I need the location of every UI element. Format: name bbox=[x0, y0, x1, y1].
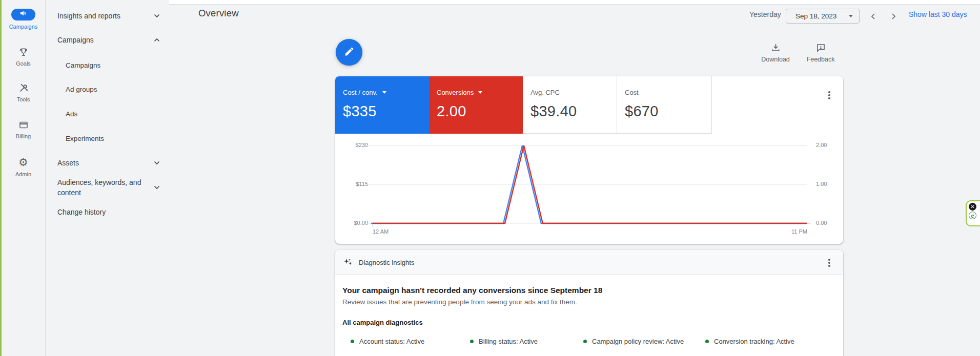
metric-label: Cost bbox=[625, 89, 639, 96]
dropdown-caret-icon bbox=[478, 91, 482, 94]
extension-logo-icon[interactable]: e bbox=[969, 212, 976, 219]
sidebar-item-label: Admin bbox=[2, 171, 45, 177]
edit-button[interactable] bbox=[336, 39, 362, 66]
performance-summary-card: Cost / conv. $335 Conversions 2.00 Avg. … bbox=[335, 76, 843, 244]
status-text: Billing status: Active bbox=[479, 338, 538, 345]
sidebar-item-label: Goals bbox=[2, 60, 45, 67]
gear-icon: ⚙ bbox=[2, 157, 45, 168]
sidebar-item-campaigns[interactable]: Campaigns bbox=[2, 9, 45, 30]
status-conversion-tracking: Conversion tracking: Active bbox=[705, 338, 794, 345]
metric-tile-cost-per-conv[interactable]: Cost / conv. $335 bbox=[335, 76, 429, 134]
nav-item-audiences-keywords-content[interactable]: Audiences, keywords, and content bbox=[45, 177, 169, 198]
sidebar-item-admin[interactable]: ⚙ Admin bbox=[2, 157, 45, 177]
nav-item-ad-groups[interactable]: Ad groups bbox=[45, 84, 169, 94]
status-dot-icon bbox=[351, 340, 354, 343]
sidebar-item-label: Billing bbox=[2, 133, 45, 139]
metric-label: Cost / conv. bbox=[343, 89, 378, 96]
nav-item-label: Audiences, keywords, and content bbox=[45, 177, 147, 198]
metric-value: 2.00 bbox=[437, 103, 466, 120]
content-top-border bbox=[169, 0, 980, 5]
nav-item-insights-and-reports[interactable]: Insights and reports bbox=[45, 11, 169, 21]
trophy-icon bbox=[2, 47, 45, 57]
dropdown-caret-icon bbox=[849, 15, 853, 17]
status-dot-icon bbox=[470, 340, 474, 343]
page-title: Overview bbox=[198, 8, 239, 19]
pencil-icon bbox=[344, 46, 355, 59]
status-dot-icon bbox=[705, 340, 709, 343]
feedback-button[interactable]: Feedback bbox=[801, 43, 840, 63]
nav-item-label: Campaigns bbox=[45, 61, 100, 69]
sidebar-item-billing[interactable]: Billing bbox=[2, 120, 45, 139]
date-picker-value: Sep 18, 2023 bbox=[795, 12, 836, 20]
date-range-preset-label: Yesterday bbox=[749, 10, 781, 18]
tools-icon bbox=[2, 82, 45, 93]
sidebar-item-goals[interactable]: Goals bbox=[2, 47, 45, 67]
metric-label: Conversions bbox=[437, 89, 474, 96]
nav-item-label: Campaigns bbox=[45, 36, 94, 44]
card-overflow-menu[interactable] bbox=[823, 89, 835, 101]
floating-extension-widget: ✕ e bbox=[966, 200, 980, 226]
sidebar-item-tools[interactable]: Tools bbox=[2, 82, 45, 102]
nav-item-label: Experiments bbox=[45, 135, 104, 142]
metric-tile-conversions[interactable]: Conversions 2.00 bbox=[429, 76, 523, 134]
nav-item-ads[interactable]: Ads bbox=[45, 109, 169, 119]
date-picker[interactable]: Sep 18, 2023 bbox=[786, 9, 860, 24]
metric-value: $335 bbox=[343, 103, 377, 120]
close-icon[interactable]: ✕ bbox=[969, 203, 976, 211]
diagnostics-title: Diagnostic insights bbox=[359, 259, 414, 266]
sidebar-item-label: Tools bbox=[2, 96, 45, 102]
chevron-up-icon bbox=[154, 38, 160, 42]
metric-value: $39.40 bbox=[530, 103, 577, 120]
status-account: Account status: Active bbox=[351, 338, 424, 345]
status-dot-icon bbox=[583, 340, 587, 343]
nav-item-label: Change history bbox=[45, 208, 106, 216]
nav-item-assets[interactable]: Assets bbox=[45, 158, 169, 168]
download-button[interactable]: Download bbox=[756, 43, 795, 63]
card-overflow-menu[interactable] bbox=[823, 257, 835, 269]
metric-label: Avg. CPC bbox=[530, 89, 560, 96]
diagnostics-header: Diagnostic insights bbox=[335, 250, 843, 275]
google-ads-overview-page: Campaigns Goals bbox=[0, 0, 980, 356]
chevron-right-icon bbox=[890, 13, 897, 22]
diagnostic-insights-card: Diagnostic insights Your campaign hasn't… bbox=[335, 250, 843, 356]
sidebar-item-label: Campaigns bbox=[2, 24, 45, 30]
status-billing: Billing status: Active bbox=[470, 338, 538, 345]
status-policy-review: Campaign policy review: Active bbox=[583, 338, 684, 345]
status-text: Conversion tracking: Active bbox=[714, 338, 794, 345]
status-text: Account status: Active bbox=[359, 338, 424, 345]
nav-item-change-history[interactable]: Change history bbox=[45, 207, 169, 217]
show-last-30-days-link[interactable]: Show last 30 days bbox=[909, 10, 967, 18]
previous-day-button[interactable] bbox=[867, 11, 880, 24]
nav-item-campaigns-section[interactable]: Campaigns bbox=[45, 35, 169, 45]
chevron-down-icon bbox=[154, 185, 160, 190]
status-text: Campaign policy review: Active bbox=[592, 338, 684, 345]
metric-tile-avg-cpc[interactable]: Avg. CPC $39.40 bbox=[523, 76, 617, 134]
download-label: Download bbox=[756, 56, 795, 63]
metric-value: $670 bbox=[625, 103, 659, 120]
nav-item-label: Ads bbox=[45, 110, 77, 118]
diagnostics-section-title: All campaign diagnostics bbox=[342, 319, 423, 326]
nav-item-campaigns[interactable]: Campaigns bbox=[45, 60, 169, 70]
hourly-performance-chart bbox=[335, 134, 843, 244]
download-icon bbox=[756, 43, 795, 53]
chevron-down-icon bbox=[154, 161, 160, 165]
feedback-icon bbox=[801, 43, 840, 53]
secondary-nav: Insights and reports Campaigns Campaigns… bbox=[45, 0, 169, 356]
diagnostics-subtext: Review issues that are preventing people… bbox=[342, 298, 577, 306]
campaigns-active-pill bbox=[11, 9, 35, 20]
next-day-button[interactable] bbox=[887, 11, 900, 24]
dropdown-caret-icon bbox=[382, 91, 386, 94]
icon-rail: Campaigns Goals bbox=[2, 0, 45, 356]
diagnostics-heading: Your campaign hasn't recorded any conver… bbox=[342, 286, 602, 295]
nav-item-experiments[interactable]: Experiments bbox=[45, 133, 169, 143]
feedback-label: Feedback bbox=[801, 56, 840, 63]
megaphone-icon bbox=[19, 10, 27, 19]
nav-item-label: Insights and reports bbox=[45, 12, 120, 20]
credit-card-icon bbox=[2, 120, 45, 130]
metric-tile-cost[interactable]: Cost $670 bbox=[617, 76, 712, 134]
nav-item-label: Assets bbox=[45, 159, 79, 167]
sparkle-icon bbox=[342, 257, 353, 270]
nav-item-label: Ad groups bbox=[45, 86, 97, 93]
chevron-left-icon bbox=[870, 13, 877, 22]
chevron-down-icon bbox=[154, 14, 160, 18]
